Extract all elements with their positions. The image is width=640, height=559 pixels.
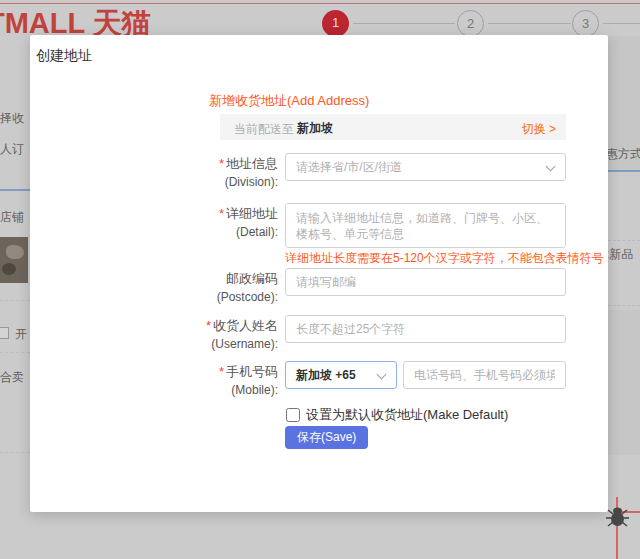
bg-fragment-left-4: 开 bbox=[15, 326, 27, 343]
username-input[interactable] bbox=[285, 315, 566, 343]
make-default-label: 设置为默认收货地址(Make Default) bbox=[306, 406, 508, 424]
detail-length-hint: 详细地址长度需要在5-120个汉字或字符，不能包含表情符号 bbox=[285, 250, 604, 267]
checkout-step-3: 3 bbox=[572, 10, 599, 37]
username-label-en: (Username): bbox=[30, 335, 278, 353]
required-asterisk: * bbox=[219, 364, 224, 379]
chevron-down-icon bbox=[377, 370, 387, 380]
mobile-label-cn: 手机号码 bbox=[226, 364, 278, 379]
bg-checkbox-fragment bbox=[0, 327, 9, 339]
detail-label-en: (Detail): bbox=[30, 223, 278, 241]
make-default-checkbox[interactable] bbox=[286, 408, 300, 422]
bg-left-dash-2 bbox=[0, 352, 30, 353]
bg-fragment-left-2: 人订 bbox=[0, 141, 24, 158]
step-3-number: 3 bbox=[582, 16, 589, 31]
bg-fragment-right-1: 惠方式 bbox=[606, 146, 640, 163]
detail-address-textarea[interactable] bbox=[285, 203, 566, 248]
step-connector-3 bbox=[603, 23, 640, 24]
step-connector-1 bbox=[353, 23, 455, 24]
division-placeholder: 请选择省/市/区/街道 bbox=[296, 159, 402, 176]
username-label-cn: 收货人姓名 bbox=[213, 318, 278, 333]
detail-label-cn: 详细地址 bbox=[226, 206, 278, 221]
mobile-label-en: (Mobile): bbox=[30, 381, 278, 399]
make-default-row: 设置为默认收货地址(Make Default) bbox=[286, 406, 508, 424]
required-asterisk: * bbox=[219, 206, 224, 221]
country-code-select[interactable]: 新加坡 +65 bbox=[285, 361, 397, 389]
username-label: *收货人姓名 (Username): bbox=[30, 317, 278, 353]
chevron-down-icon bbox=[546, 162, 556, 172]
detail-label: *详细地址 (Detail): bbox=[30, 205, 278, 241]
bg-left-dash-3 bbox=[0, 452, 30, 453]
step-1-number: 1 bbox=[332, 15, 339, 30]
ship-to-value: 新加坡 bbox=[297, 120, 333, 137]
postcode-label-en: (Postcode): bbox=[30, 288, 278, 306]
step-2-number: 2 bbox=[467, 16, 474, 31]
postcode-label: 邮政编码 (Postcode): bbox=[30, 270, 278, 306]
add-address-heading: 新增收货地址(Add Address) bbox=[209, 92, 369, 110]
create-address-modal: 创建地址 新增收货地址(Add Address) 当前配送至 新加坡 切换 > … bbox=[30, 35, 608, 512]
bg-fragment-right-2: :新品 bbox=[606, 246, 633, 263]
checkout-step-1: 1 bbox=[322, 10, 349, 37]
save-button[interactable]: 保存(Save) bbox=[285, 426, 368, 449]
current-ship-to-bar: 当前配送至 新加坡 切换 > bbox=[220, 114, 566, 140]
bg-left-divider-blue bbox=[0, 189, 30, 191]
bg-left-dash-1 bbox=[0, 300, 30, 301]
mobile-label: *手机号码 (Mobile): bbox=[30, 363, 278, 399]
required-asterisk: * bbox=[206, 318, 211, 333]
division-select[interactable]: 请选择省/市/区/街道 bbox=[285, 153, 566, 181]
division-label: *地址信息 (Division): bbox=[30, 155, 278, 191]
country-code-value: 新加坡 +65 bbox=[296, 367, 356, 384]
division-label-en: (Division): bbox=[30, 173, 278, 191]
bg-right-dash-2 bbox=[608, 305, 640, 306]
bug-icon bbox=[604, 502, 631, 530]
bg-right-panel-bottom bbox=[608, 310, 640, 455]
step-connector-2 bbox=[488, 23, 571, 24]
switch-region-link[interactable]: 切换 > bbox=[522, 121, 556, 138]
modal-title: 创建地址 bbox=[36, 47, 92, 65]
bg-fragment-left-5: 合卖 bbox=[0, 369, 24, 386]
bg-fragment-left-1: 择收 bbox=[0, 110, 24, 127]
division-label-cn: 地址信息 bbox=[226, 156, 278, 171]
checkout-step-2: 2 bbox=[457, 10, 484, 37]
bg-fragment-left-3: 店铺 bbox=[0, 209, 24, 226]
postcode-label-cn: 邮政编码 bbox=[226, 271, 278, 286]
bg-right-divider-blue bbox=[608, 170, 640, 172]
phone-number-input[interactable] bbox=[403, 361, 566, 389]
bg-product-thumbnail bbox=[0, 237, 28, 283]
bg-right-dash-1 bbox=[608, 240, 640, 241]
required-asterisk: * bbox=[219, 156, 224, 171]
postcode-input[interactable] bbox=[285, 268, 566, 296]
ship-to-label: 当前配送至 bbox=[234, 121, 294, 138]
